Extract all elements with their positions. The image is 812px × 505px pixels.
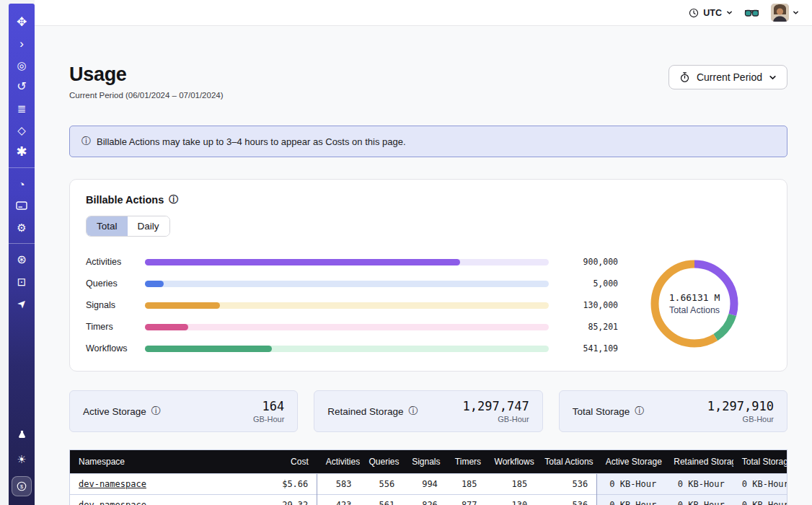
theme-sun-icon[interactable]: ☀: [12, 449, 31, 468]
bar-value: 130,000: [560, 300, 618, 310]
bar-fill: [145, 259, 460, 265]
cell-signals: 826: [403, 495, 446, 505]
period-button-label: Current Period: [697, 71, 762, 83]
sidebar-divider: [9, 167, 35, 168]
clock-icon: [689, 8, 699, 18]
storage-card-label: Total Storage: [573, 406, 630, 417]
billable-actions-banner: ⓘ Billable Actions may take up to 3–4 ho…: [69, 126, 787, 157]
active-storage-card: Active Storage ⓘ 164 GB-Hour: [69, 390, 298, 432]
sidebar: ✥ › ◎ ↺ ≣ ◇ ✱ ◔ ⚙ ⊛ ⊡ ➤ ☀ $: [9, 4, 35, 505]
bar-value: 541,109: [560, 343, 618, 354]
timezone-selector[interactable]: UTC: [689, 8, 733, 18]
cell-workflows: 185: [486, 474, 537, 495]
user-menu[interactable]: [771, 4, 799, 22]
bar-fill: [145, 281, 164, 287]
storage-card-label: Active Storage: [83, 406, 146, 417]
usage-gauge-icon[interactable]: ◔: [12, 175, 31, 193]
labs-flask-icon[interactable]: [12, 425, 31, 444]
namespace-usage-table: Namespace Cost Activities Queries Signal…: [69, 449, 787, 505]
nexus-asterisk-icon[interactable]: ✱: [12, 142, 31, 161]
col-namespace: Namespace: [70, 450, 246, 474]
col-activities: Activities: [317, 450, 361, 474]
feedback-goggles-icon[interactable]: [744, 8, 759, 18]
cell-timers: 185: [446, 474, 486, 495]
namespace-link[interactable]: dev-namespace: [79, 479, 146, 489]
currency-dollar-icon[interactable]: $: [12, 476, 32, 496]
info-icon[interactable]: ⓘ: [408, 405, 418, 418]
stopwatch-icon: [679, 71, 690, 83]
sidebar-divider: [9, 243, 35, 244]
cell-active-storage: 0 KB-Hour: [597, 474, 666, 495]
bar-row-workflows: Workflows 541,109: [86, 343, 618, 354]
temporal-logo-icon[interactable]: ✥: [12, 12, 31, 31]
cell-queries: 556: [360, 474, 403, 495]
history-icon[interactable]: ↺: [12, 77, 31, 96]
cell-total-actions: 536: [536, 495, 597, 505]
chevron-down-icon: [726, 9, 733, 16]
cell-retained-storage: 0 KB-Hour: [665, 495, 733, 505]
bar-value: 5,000: [560, 278, 618, 289]
bar-track: [145, 281, 549, 287]
banner-text: Billable Actions may take up to 3–4 hour…: [97, 136, 406, 147]
cell-activities: 423: [317, 495, 361, 505]
namespace-link[interactable]: dev-namespace: [79, 500, 146, 505]
col-active-storage: Active Storage: [597, 450, 666, 474]
bar-fill: [145, 346, 272, 352]
main-content: Usage Current Period (06/01/2024 – 07/01…: [35, 26, 812, 505]
storage-card-value: 164: [253, 399, 284, 413]
bar-track: [145, 302, 549, 309]
cell-queries: 561: [360, 495, 403, 505]
total-storage-card: Total Storage ⓘ 1,297,910 GB-Hour: [559, 390, 787, 432]
cell-total-actions: 536: [536, 474, 597, 495]
period-dropdown-button[interactable]: Current Period: [668, 65, 787, 89]
billing-card-icon[interactable]: [12, 196, 31, 215]
billable-actions-chart: Activities 900,000 Queries 5,000 Signals…: [86, 254, 771, 354]
bar-track: [145, 259, 549, 265]
donut-total-value: 1.66131 M: [669, 292, 720, 303]
cell-active-storage: 0 KB-Hour: [597, 495, 666, 505]
total-actions-donut: 1.66131 M Total Actions: [618, 254, 771, 354]
info-icon[interactable]: ⓘ: [635, 405, 644, 418]
retained-storage-card: Retained Storage ⓘ 1,297,747 GB-Hour: [314, 390, 542, 432]
info-icon[interactable]: ⓘ: [151, 405, 161, 418]
bar-track: [145, 346, 549, 352]
bar-track: [145, 324, 549, 330]
cell-signals: 994: [403, 474, 446, 495]
collapse-sidebar-icon[interactable]: ›: [12, 34, 31, 53]
settings-gear-icon[interactable]: ⚙: [12, 218, 31, 237]
tab-total[interactable]: Total: [87, 216, 128, 236]
cli-terminal-icon[interactable]: ⊡: [12, 272, 31, 291]
donut-total-label: Total Actions: [669, 305, 720, 315]
bar-row-timers: Timers 85,201: [86, 322, 618, 332]
cell-workflows: 130: [486, 495, 537, 505]
support-lifebuoy-icon[interactable]: ⊛: [12, 250, 31, 269]
info-icon[interactable]: ⓘ: [169, 193, 178, 206]
storage-card-value: 1,297,747: [463, 399, 529, 413]
chevron-down-icon: [793, 9, 799, 16]
storage-card-value: 1,297,910: [707, 399, 774, 413]
tab-daily[interactable]: Daily: [128, 216, 169, 236]
bar-row-activities: Activities 900,000: [86, 257, 618, 267]
svg-text:$: $: [20, 483, 23, 490]
storage-card-unit: GB-Hour: [707, 415, 774, 423]
storage-card-unit: GB-Hour: [463, 415, 529, 423]
bar-label: Timers: [86, 322, 133, 332]
col-total-storage: Total Storage: [733, 450, 787, 474]
namespaces-icon[interactable]: ◎: [12, 56, 31, 74]
bar-label: Activities: [86, 257, 133, 267]
bar-label: Workflows: [86, 343, 133, 354]
bar-row-queries: Queries 5,000: [86, 278, 618, 289]
rocket-icon[interactable]: ➤: [9, 290, 35, 317]
cell-activities: 583: [317, 474, 361, 495]
bar-fill: [145, 302, 220, 309]
billable-actions-card: Billable Actions ⓘ Total Daily Activitie…: [69, 179, 787, 372]
layers-icon[interactable]: ≣: [12, 99, 31, 118]
bar-fill: [145, 324, 188, 330]
storage-card-unit: GB-Hour: [253, 415, 284, 423]
bar-label: Signals: [86, 300, 133, 310]
page-title: Usage: [69, 63, 224, 86]
bar-value: 900,000: [560, 257, 618, 267]
action-bars: Activities 900,000 Queries 5,000 Signals…: [86, 254, 618, 354]
deployments-cube-icon[interactable]: ◇: [12, 120, 31, 139]
storage-summary-row: Active Storage ⓘ 164 GB-Hour Retained St…: [69, 390, 787, 432]
